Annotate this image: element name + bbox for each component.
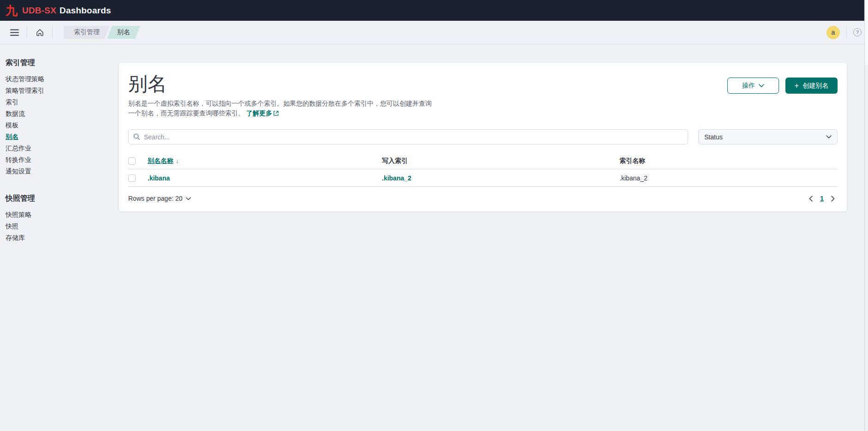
description-text: 别名是一个虚拟索引名称，可以指向一个或多个索引。如果您的数据分散在多个索引中，您… — [128, 100, 432, 117]
create-alias-button[interactable]: + 创建别名 — [785, 78, 838, 94]
select-all-checkbox[interactable] — [128, 157, 136, 165]
actions-button-label: 操作 — [742, 82, 755, 90]
search-icon — [133, 133, 140, 140]
user-avatar[interactable]: a — [826, 26, 840, 39]
brand-logo-icon: 九 — [6, 5, 18, 17]
row-checkbox-cell — [128, 174, 148, 182]
nav-bar: 索引管理 别名 a ? — [0, 21, 868, 44]
write-index-cell: .kibana_2 — [382, 174, 619, 182]
page-description: 别名是一个虚拟索引名称，可以指向一个或多个索引。如果您的数据分散在多个索引中，您… — [128, 99, 433, 118]
search-box — [128, 129, 688, 144]
hamburger-icon — [10, 29, 19, 36]
home-icon — [36, 29, 44, 36]
column-header-index-name[interactable]: 索引名称 — [619, 157, 838, 165]
panel-header-text: 别名 别名是一个虚拟索引名称，可以指向一个或多个索引。如果您的数据分散在多个索引… — [128, 73, 433, 118]
app-header: 九 UDB-SXDashboards — [0, 0, 868, 21]
learn-more-label: 了解更多 — [246, 109, 272, 117]
sidebar-item-snapshots[interactable]: 快照 — [6, 221, 113, 232]
sidebar-section-title: 快照管理 — [6, 194, 113, 204]
breadcrumb-index-management[interactable]: 索引管理 — [64, 26, 110, 39]
sidebar-section-snapshot-management: 快照管理 快照策略 快照 存储库 — [6, 194, 113, 244]
sidebar-item-repositories[interactable]: 存储库 — [6, 232, 113, 244]
chevron-right-icon — [831, 196, 835, 202]
sidebar-item-state-policies[interactable]: 状态管理策略 — [6, 73, 113, 85]
page-number-1[interactable]: 1 — [820, 195, 824, 202]
create-button-label: 创建别名 — [803, 82, 828, 90]
breadcrumb-alias[interactable]: 别名 — [107, 26, 140, 39]
plus-icon: + — [795, 82, 799, 90]
brand-name: UDB-SX — [22, 6, 56, 15]
panel-header: 别名 别名是一个虚拟索引名称，可以指向一个或多个索引。如果您的数据分散在多个索引… — [128, 73, 838, 118]
table-row: .kibana .kibana_2 .kibana_2 — [128, 169, 838, 187]
chevron-left-icon — [809, 196, 813, 202]
scrollbar-track[interactable] — [864, 0, 868, 431]
actions-dropdown-button[interactable]: 操作 — [727, 78, 779, 94]
index-name-cell: .kibana_2 — [619, 174, 838, 182]
sidebar-item-rollup-jobs[interactable]: 汇总作业 — [6, 143, 113, 154]
sidebar-item-policy-managed-indices[interactable]: 策略管理索引 — [6, 85, 113, 96]
write-index-link[interactable]: .kibana_2 — [382, 174, 411, 182]
screen: 九 UDB-SXDashboards 索引管理 别名 a ? — [0, 0, 868, 431]
sidebar-item-snapshot-policies[interactable]: 快照策略 — [6, 209, 113, 221]
brand-title: UDB-SXDashboards — [22, 6, 111, 16]
next-page-button[interactable] — [831, 196, 835, 202]
divider — [27, 26, 27, 38]
pager: 1 — [809, 195, 838, 202]
column-header-write-index[interactable]: 写入索引 — [382, 157, 619, 165]
column-label: 别名名称 — [148, 157, 173, 164]
sidebar-section-title: 索引管理 — [6, 58, 113, 68]
menu-toggle-button[interactable] — [6, 24, 22, 40]
alias-name-cell: .kibana — [148, 174, 382, 182]
sidebar-item-notification-settings[interactable]: 通知设置 — [6, 166, 113, 177]
learn-more-link[interactable]: 了解更多 — [246, 109, 279, 117]
help-icon[interactable]: ? — [853, 28, 862, 36]
panel-actions: 操作 + 创建别名 — [727, 73, 838, 94]
sidebar-item-aliases[interactable]: 别名 — [6, 131, 113, 143]
table-header-row: 别名名称↓ 写入索引 索引名称 — [128, 153, 838, 169]
search-input[interactable] — [144, 133, 683, 141]
aliases-table: 别名名称↓ 写入索引 索引名称 .kibana .kibana_2 .kiban… — [128, 153, 838, 187]
sidebar-item-indices[interactable]: 索引 — [6, 96, 113, 108]
home-button[interactable] — [32, 24, 48, 40]
aliases-panel: 别名 别名是一个虚拟索引名称，可以指向一个或多个索引。如果您的数据分散在多个索引… — [119, 63, 847, 211]
content-area: 索引管理 状态管理策略 策略管理索引 索引 数据流 模板 别名 汇总作业 转换作… — [0, 44, 868, 260]
divider — [52, 26, 53, 38]
previous-page-button[interactable] — [809, 196, 813, 202]
alias-link[interactable]: .kibana — [148, 174, 170, 182]
filter-row: Status — [128, 129, 838, 144]
pagination-row: Rows per page: 20 1 — [128, 195, 838, 202]
chevron-down-icon — [826, 135, 832, 138]
chevron-down-icon — [186, 197, 191, 200]
status-filter-label: Status — [704, 133, 723, 141]
rows-per-page-button[interactable]: Rows per page: 20 — [128, 195, 191, 202]
column-header-alias-name[interactable]: 别名名称↓ — [148, 157, 382, 165]
divider — [846, 26, 847, 38]
main-area: 别名 别名是一个虚拟索引名称，可以指向一个或多个索引。如果您的数据分散在多个索引… — [119, 44, 868, 211]
chevron-down-icon — [759, 84, 764, 87]
nav-right: a ? — [826, 26, 862, 39]
rows-per-page-label: Rows per page: 20 — [128, 195, 183, 202]
status-filter-select[interactable]: Status — [698, 129, 838, 144]
scrollbar-thumb[interactable] — [865, 0, 868, 65]
sort-descending-icon: ↓ — [176, 157, 179, 164]
row-checkbox[interactable] — [128, 174, 136, 182]
page-title: 别名 — [128, 73, 433, 95]
sidebar-item-transform-jobs[interactable]: 转换作业 — [6, 154, 113, 166]
sidebar-item-data-streams[interactable]: 数据流 — [6, 108, 113, 120]
sidebar: 索引管理 状态管理策略 策略管理索引 索引 数据流 模板 别名 汇总作业 转换作… — [0, 44, 119, 260]
sidebar-item-templates[interactable]: 模板 — [6, 120, 113, 131]
header-checkbox-cell — [128, 157, 148, 165]
sidebar-section-index-management: 索引管理 状态管理策略 策略管理索引 索引 数据流 模板 别名 汇总作业 转换作… — [6, 58, 113, 177]
breadcrumb: 索引管理 别名 — [64, 26, 137, 39]
brand-product: Dashboards — [59, 6, 111, 15]
external-link-icon — [273, 111, 279, 116]
